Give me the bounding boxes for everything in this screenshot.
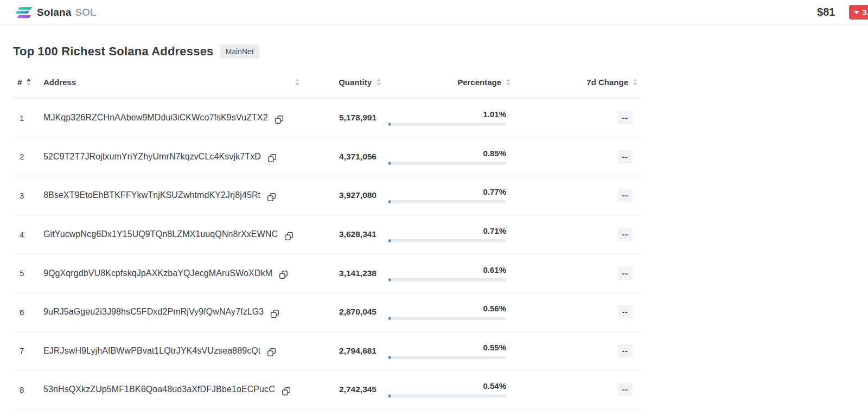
change-badge: -- [618,267,633,280]
percentage-cell: 0.85% [384,149,517,165]
sort-arrows-icon[interactable] [295,79,299,86]
quantity-cell: 3,927,080 [303,190,384,200]
quantity-cell: 2,870,045 [303,307,384,317]
quantity-cell: 4,371,056 [303,152,384,162]
address-text[interactable]: 53nHsQXkzZUp5MF1BK6Qoa48ud3aXfDFJBbe1oEC… [43,385,275,394]
brand-ticker: SOL [75,7,97,18]
column-header-quantity[interactable]: Quantity [303,78,384,87]
price-change-badge: 3. [849,5,868,20]
column-header-7d-change[interactable]: 7d Change [517,78,642,87]
change-badge: -- [618,305,633,318]
change-cell: -- [517,228,642,241]
percentage-bar-fill [388,394,391,398]
address-cell: GitYucwpNcg6Dx1Y15UQ9TQn8LZMX1uuqQNn8rXx… [43,228,303,241]
change-badge: -- [618,189,633,202]
rank-cell: 7 [13,346,43,355]
percentage-cell: 0.71% [384,226,517,242]
address-cell: 8BseXT9EtoEhBTKFFYkwTnjKSUZwhtmdKY2Jrj8j… [43,189,303,202]
percentage-value: 0.55% [388,343,506,352]
change-cell: -- [517,189,642,202]
brand[interactable]: Solana SOL [16,7,97,18]
percentage-bar [388,356,506,359]
copy-icon[interactable] [267,348,276,357]
percentage-cell: 0.54% [384,381,517,398]
copy-icon[interactable] [282,387,291,396]
table-body: 1 MJKqp326RZCHnAAbew9MDdui3iCKWco7fsK9sV… [13,99,642,409]
quantity-cell: 3,141,238 [303,268,384,278]
percentage-value: 0.85% [388,149,506,158]
address-text[interactable]: 9uRJ5aGgeu2i3J98hsC5FDxd2PmRjVy9fQwNAy7f… [43,307,264,317]
address-text[interactable]: 9QgXqrgdbVU8KcpfskqJpAXKzbaYQJecgMAruSWo… [43,268,272,278]
change-badge: -- [618,344,633,357]
table-row: 2 52C9T2T7JRojtxumYnYZhyUmrN7kqzvCLc4Ksv… [13,138,642,177]
percentage-bar [388,394,506,398]
percentage-value: 0.71% [388,226,506,235]
change-cell: -- [517,305,642,318]
percentage-cell: 0.77% [384,187,517,203]
change-cell: -- [517,383,642,396]
copy-icon[interactable] [275,115,284,124]
column-header-address[interactable]: Address [43,78,303,87]
table-row: 6 9uRJ5aGgeu2i3J98hsC5FDxd2PmRjVy9fQwNAy… [13,293,642,332]
table-header: # Address Quantity Percentage 7d Change [13,66,642,99]
change-badge: -- [618,150,633,163]
column-header-rank[interactable]: # [13,78,43,87]
rank-cell: 6 [13,308,43,317]
percentage-bar [388,278,506,281]
rank-cell: 2 [13,152,43,161]
percentage-value: 0.61% [388,265,506,274]
copy-icon[interactable] [267,193,276,202]
rank-cell: 4 [13,230,43,239]
percentage-value: 0.56% [388,304,506,313]
network-badge: MainNet [220,44,259,59]
address-text[interactable]: MJKqp326RZCHnAAbew9MDdui3iCKWco7fsK9sVuZ… [43,113,268,123]
sort-arrows-icon[interactable] [27,79,31,86]
rank-cell: 5 [13,268,43,278]
percentage-bar-fill [388,239,391,242]
page-title: Top 100 Richest Solana Addresses [13,44,214,59]
change-cell: -- [517,344,642,357]
table-row: 8 53nHsQXkzZUp5MF1BK6Qoa48ud3aXfDFJBbe1o… [13,370,642,409]
copy-icon[interactable] [267,153,277,163]
address-text[interactable]: 8BseXT9EtoEhBTKFFYkwTnjKSUZwhtmdKY2Jrj8j… [43,190,260,200]
copy-icon[interactable] [270,309,279,318]
percentage-cell: 0.61% [384,265,517,281]
price-change-text: 3. [862,8,868,17]
table-row: 5 9QgXqrgdbVU8KcpfskqJpAXKzbaYQJecgMAruS… [13,254,642,293]
address-cell: EJRJswH9LyjhAfBWwPBvat1LQtrJYK4sVUzsea88… [43,344,303,357]
copy-icon[interactable] [279,270,288,279]
triangle-down-icon [854,11,859,14]
solana-logo-icon [16,7,31,18]
address-cell: 9uRJ5aGgeu2i3J98hsC5FDxd2PmRjVy9fQwNAy7f… [43,306,303,318]
address-text[interactable]: 52C9T2T7JRojtxumYnYZhyUmrN7kqzvCLc4Ksvjk… [43,152,261,162]
percentage-bar [388,200,506,203]
percentage-cell: 0.56% [384,304,517,320]
percentage-value: 0.77% [388,187,506,196]
percentage-bar-fill [388,123,391,126]
quantity-cell: 3,628,341 [303,229,384,239]
percentage-bar [388,239,506,242]
main-content: Top 100 Richest Solana Addresses MainNet… [0,43,868,409]
address-text[interactable]: GitYucwpNcg6Dx1Y15UQ9TQn8LZMX1uuqQNn8rXx… [43,229,278,239]
column-header-percentage[interactable]: Percentage [384,78,517,87]
percentage-bar-fill [388,317,391,320]
address-cell: 53nHsQXkzZUp5MF1BK6Qoa48ud3aXfDFJBbe1oEC… [43,383,303,396]
percentage-bar [388,162,506,165]
change-cell: -- [517,111,642,124]
percentage-bar-fill [388,200,391,203]
address-cell: MJKqp326RZCHnAAbew9MDdui3iCKWco7fsK9sVuZ… [43,112,303,124]
sort-arrows-icon[interactable] [506,79,510,86]
address-cell: 9QgXqrgdbVU8KcpfskqJpAXKzbaYQJecgMAruSWo… [43,267,303,279]
address-text[interactable]: EJRJswH9LyjhAfBWwPBvat1LQtrJYK4sVUzsea88… [43,346,260,356]
copy-icon[interactable] [284,232,293,241]
table-row: 7 EJRJswH9LyjhAfBWwPBvat1LQtrJYK4sVUzsea… [13,332,642,371]
quantity-cell: 2,742,345 [303,385,384,394]
change-cell: -- [517,150,642,163]
sort-arrows-icon[interactable] [376,79,381,86]
rank-cell: 3 [13,191,43,200]
percentage-value: 1.01% [388,110,506,119]
percentage-bar-fill [388,356,391,359]
sort-arrows-icon[interactable] [633,79,637,86]
change-badge: -- [618,228,633,241]
title-row: Top 100 Richest Solana Addresses MainNet [13,43,855,60]
